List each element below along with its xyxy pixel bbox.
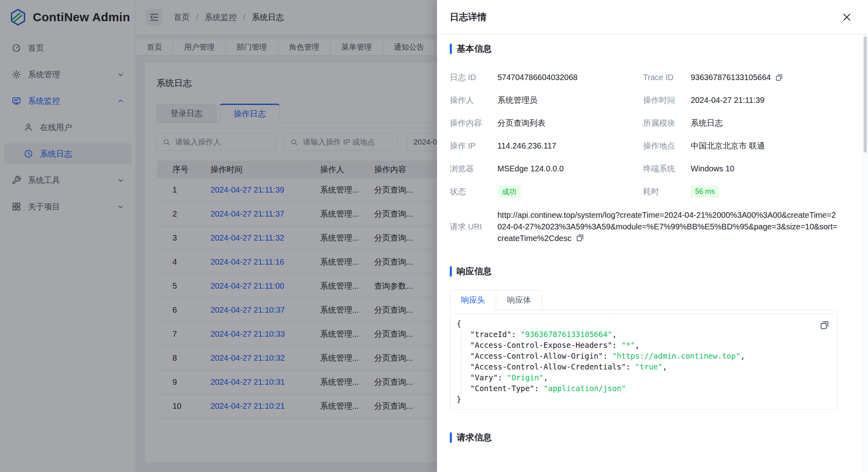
drawer-body: 基本信息 日志 ID574704786604032068Trace ID9363… [437, 34, 868, 443]
scrollbar-thumb[interactable] [864, 36, 867, 153]
field-label: 耗时 [643, 186, 691, 197]
section-title-text: 请求信息 [457, 432, 492, 443]
code-token: "application/json" [543, 384, 626, 393]
close-icon[interactable] [842, 12, 852, 22]
status-badge: 56 ms [691, 185, 719, 198]
drawer-title: 日志详情 [450, 11, 487, 23]
code-token: : [511, 330, 521, 339]
field-label: 操作人 [450, 95, 497, 106]
code-token: "Content-Type" [470, 384, 534, 393]
code-line: { [457, 318, 829, 329]
code-line: "Content-Type": "application/json" [461, 383, 829, 394]
code-token: { [457, 319, 461, 328]
field-value-text: 系统日志 [691, 118, 723, 129]
field-value-text: 2024-04-27 21:11:39 [691, 96, 764, 105]
field-label: 日志 ID [450, 72, 497, 83]
copy-icon[interactable] [575, 233, 585, 243]
code-line: "traceId": "936367876133105664", [461, 329, 829, 340]
app-window: ContiNew Admin 首页系统管理系统监控在线用户系统日志系统工具关于项… [0, 0, 868, 472]
field-value: 分页查询列表 [497, 118, 643, 129]
field-value: 中国北京北京市 联通 [691, 141, 838, 151]
field-value: 成功 [497, 185, 643, 198]
field-value: 系统日志 [691, 118, 838, 129]
code-token: "Vary" [470, 373, 498, 382]
field-label: 操作 IP [450, 141, 497, 151]
code-token: , [543, 373, 548, 382]
request-info-section-title: 请求信息 [450, 432, 838, 443]
field-label: 操作时间 [643, 95, 691, 106]
field-label: 浏览器 [450, 163, 497, 174]
field-value-text: 系统管理员 [497, 95, 537, 106]
basic-info-fields: 日志 ID574704786604032068Trace ID936367876… [450, 66, 838, 203]
code-token: "Access-Control-Allow-Credentials" [470, 362, 626, 371]
section-accent-bar [450, 432, 452, 443]
response-headers-code: {"traceId": "936367876133105664","Access… [450, 313, 838, 410]
field-value-text: 936367876133105664 [691, 73, 771, 82]
code-token: : [534, 384, 543, 393]
code-token: } [457, 395, 461, 404]
field-label: 所属模块 [643, 118, 691, 129]
drawer-scrollbar [862, 35, 868, 472]
code-line: "Access-Control-Allow-Origin": "https://… [461, 351, 829, 362]
response-info-section-title: 响应信息 [450, 266, 838, 277]
code-line: } [457, 394, 829, 405]
section-title-text: 响应信息 [457, 266, 492, 277]
code-token: : [612, 341, 621, 349]
code-token: "https://admin.continew.top" [612, 351, 740, 360]
field-value: 系统管理员 [497, 95, 643, 106]
field-label: 终端系统 [643, 163, 691, 174]
field-value-text: 分页查询列表 [497, 118, 545, 129]
section-accent-bar [450, 44, 452, 54]
drawer-header: 日志详情 [437, 0, 868, 34]
code-token: "*" [621, 341, 635, 349]
section-title-text: 基本信息 [457, 43, 492, 54]
copy-icon[interactable] [774, 73, 784, 82]
field-value: 56 ms [691, 185, 838, 198]
request-uri-row: 请求 URI http://api.continew.top/system/lo… [450, 209, 838, 244]
code-token: : [603, 351, 612, 360]
field-value-text: 114.246.236.117 [497, 141, 556, 151]
field-value: 936367876133105664 [691, 73, 838, 82]
code-token: , [635, 341, 639, 349]
basic-info-section-title: 基本信息 [450, 43, 838, 54]
field-value-text: Windows 10 [691, 164, 734, 173]
code-line: "Access-Control-Expose-Headers": "*", [461, 340, 829, 351]
response-tabs: 响应头响应体 [450, 290, 838, 310]
code-token: "Access-Control-Expose-Headers" [470, 341, 612, 349]
field-label: 状态 [450, 186, 497, 197]
field-value: Windows 10 [691, 164, 838, 173]
code-token: , [662, 362, 667, 371]
response-tab[interactable]: 响应头 [450, 290, 496, 310]
code-token: "936367876133105664" [521, 330, 612, 339]
copy-icon[interactable] [819, 319, 830, 331]
field-value-text: 574704786604032068 [497, 73, 577, 82]
field-label: Trace ID [643, 73, 691, 82]
field-label: 请求 URI [450, 221, 497, 232]
code-token: "Access-Control-Allow-Origin" [470, 351, 603, 360]
field-value: MSEdge 124.0.0.0 [497, 164, 643, 173]
code-token: : [626, 362, 635, 371]
field-value: 114.246.236.117 [497, 141, 643, 151]
field-label: 操作内容 [450, 118, 497, 129]
field-value: 2024-04-27 21:11:39 [691, 96, 838, 105]
code-token: "traceId" [470, 330, 511, 339]
code-token: , [740, 351, 745, 360]
field-value-text: 中国北京北京市 联通 [691, 141, 765, 151]
code-token: : [498, 373, 507, 382]
code-token: "Origin" [507, 373, 544, 382]
field-value: 574704786604032068 [497, 73, 643, 82]
request-uri-value: http://api.continew.top/system/log?creat… [497, 209, 838, 244]
section-accent-bar [450, 266, 452, 277]
log-detail-drawer: 日志详情 基本信息 日志 ID574704786604032068Trace I… [437, 0, 868, 472]
response-tab[interactable]: 响应体 [496, 290, 542, 310]
field-label: 操作地点 [643, 141, 691, 151]
code-token: "true" [635, 362, 663, 371]
code-token: , [612, 330, 617, 339]
code-line: "Vary": "Origin", [461, 372, 829, 383]
status-badge: 成功 [497, 185, 521, 198]
field-value-text: MSEdge 124.0.0.0 [497, 164, 564, 173]
code-line: "Access-Control-Allow-Credentials": "tru… [461, 362, 829, 372]
